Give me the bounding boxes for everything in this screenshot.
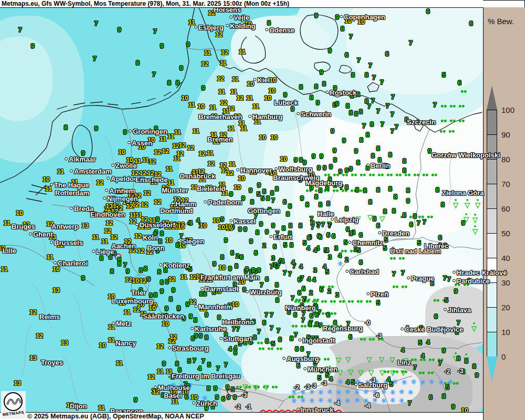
cloud-shade-patch: [226, 68, 320, 131]
legend-tick-label: 100: [501, 106, 514, 114]
legend-tick-label: 70: [501, 180, 510, 188]
legend-tick-label: 80: [501, 155, 510, 164]
legend-arrow-up: [487, 86, 497, 110]
legend-tick-label: 30: [501, 278, 510, 287]
metmaps-logo: METMAPS: [1, 391, 26, 418]
cloud-shade-patch: [346, 0, 483, 94]
cloud-shade-patch: [357, 368, 420, 404]
legend-segment: [487, 159, 497, 184]
legend-segment: [487, 258, 497, 282]
title-bar: Metmaps.eu, Gfs WW-Symbol, Mos Temperatu…: [0, 0, 483, 8]
legend-title: % Bew.: [488, 17, 514, 26]
legend-segment: [487, 307, 497, 332]
legend-tick-label: 20: [501, 303, 510, 312]
cloud-shade-patch: [0, 37, 52, 121]
legend-segment: [487, 233, 497, 258]
map-canvas[interactable]: [0, 0, 483, 420]
metmaps-logo-text: METMAPS: [1, 410, 26, 417]
legend-color-bar: [487, 86, 497, 382]
legend-tick-label: 0: [501, 352, 506, 361]
map-title: Metmaps.eu, Gfs WW-Symbol, Mos Temperatu…: [2, 0, 289, 7]
legend-segment: [487, 332, 497, 356]
legend-tick-label: 60: [501, 204, 510, 213]
legend-segment: [487, 110, 497, 134]
legend-segment: [487, 208, 497, 233]
legend-segment: [487, 282, 497, 307]
legend-tick-label: 40: [501, 254, 510, 262]
legend-tick-label: 90: [501, 130, 510, 139]
copyright-text: © 2025 Metmaps.eu (AGB), OpenStreetMap, …: [27, 413, 204, 420]
legend-arrow-down: [487, 356, 497, 382]
metmaps-logo-icon: [4, 392, 23, 411]
legend-segment: [487, 184, 497, 208]
legend-segment: [487, 134, 497, 159]
legend-tick-label: 10: [501, 328, 510, 337]
legend-tick-label: 50: [501, 229, 510, 238]
cloud-shade-patch: [242, 336, 336, 394]
weather-map-app: ▽▽▽▽▽▽▽▽▽▽▽▽▽▽▽▽▽▽▽▽▽▽▽▽▽▽▽▽▽✳✳✳✳✳✳✳✳✳✳✳…: [0, 0, 525, 420]
footer-bar: © 2025 Metmaps.eu (AGB), OpenStreetMap, …: [0, 412, 483, 420]
legend-panel: % Bew. 1009080706050403020100: [483, 7, 525, 420]
